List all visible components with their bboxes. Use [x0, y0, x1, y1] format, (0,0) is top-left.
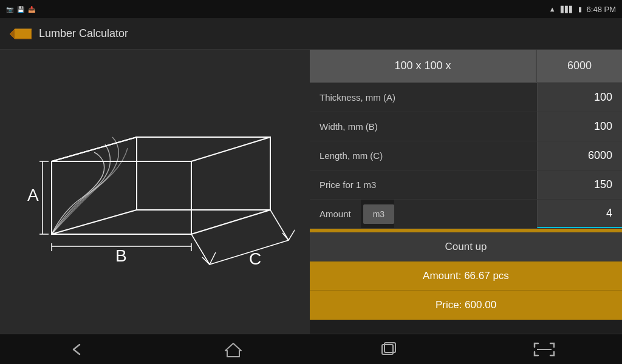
svg-line-8 — [191, 210, 270, 234]
recents-icon — [380, 341, 398, 358]
svg-line-19 — [191, 234, 210, 265]
svg-line-18 — [270, 210, 289, 240]
price-row: Price for 1 m3 150 — [310, 170, 622, 200]
width-row: Width, mm (B) 100 — [310, 112, 622, 141]
count-up-button[interactable]: Count up — [310, 232, 622, 261]
signal-icon: ▋▋▋ — [561, 6, 573, 13]
price-value[interactable]: 150 — [537, 170, 622, 199]
diagram-panel: A B C — [0, 50, 310, 334]
status-bar: 📷 💾 📥 ▲ ▋▋▋ ▮ 6:48 PM — [0, 0, 622, 18]
thickness-label: Thickness, mm (A) — [310, 83, 537, 112]
home-button[interactable] — [215, 339, 251, 360]
width-label: Width, mm (B) — [310, 112, 537, 141]
app-title: Lumber Calculator — [39, 27, 128, 40]
wifi-icon: ▲ — [549, 5, 556, 13]
scan-button[interactable] — [526, 339, 562, 360]
notification-icon-2: 💾 — [17, 6, 24, 13]
result-amount: Amount: 66.67 pcs — [310, 261, 622, 291]
recents-button[interactable] — [371, 339, 407, 360]
amount-unit[interactable]: m3 — [363, 204, 394, 224]
length-value[interactable]: 6000 — [537, 50, 622, 82]
lumber-diagram: A B C — [15, 101, 295, 283]
amount-row: Amount m3 4 — [310, 200, 622, 229]
result-price: Price: 600.00 — [310, 291, 622, 320]
notification-icon-3: 📥 — [28, 6, 35, 13]
amount-spacer — [394, 200, 537, 228]
clock: 6:48 PM — [587, 5, 616, 14]
amount-value[interactable]: 4 — [537, 200, 622, 228]
svg-marker-21 — [225, 343, 241, 357]
back-icon — [69, 342, 87, 357]
status-right: ▲ ▋▋▋ ▮ 6:48 PM — [549, 5, 616, 14]
svg-text:A: A — [27, 186, 39, 204]
controls-panel: 100 x 100 x 6000 Thickness, mm (A) 100 W… — [310, 50, 622, 334]
length-input-value[interactable]: 6000 — [537, 141, 622, 170]
battery-icon: ▮ — [578, 5, 582, 13]
dimension-label[interactable]: 100 x 100 x — [310, 50, 537, 82]
app-icon — [10, 27, 32, 41]
length-row: Length, mm (C) 6000 — [310, 141, 622, 170]
svg-marker-4 — [52, 137, 270, 161]
scan-icon — [532, 341, 556, 358]
price-label: Price for 1 m3 — [310, 170, 537, 199]
app-bar: Lumber Calculator — [0, 18, 622, 50]
back-button[interactable] — [60, 339, 96, 360]
thickness-row: Thickness, mm (A) 100 — [310, 83, 622, 112]
length-label: Length, mm (C) — [310, 141, 537, 170]
thickness-value[interactable]: 100 — [537, 83, 622, 112]
amount-label: Amount — [310, 200, 361, 228]
dimension-header: 100 x 100 x 6000 — [310, 50, 622, 83]
home-icon — [224, 341, 242, 358]
status-icons: 📷 💾 📥 — [6, 6, 35, 13]
svg-text:B: B — [115, 246, 127, 265]
svg-marker-5 — [137, 137, 270, 210]
main-content: A B C 100 x 100 x 6000 — [0, 50, 622, 334]
width-value[interactable]: 100 — [537, 112, 622, 141]
svg-marker-1 — [10, 29, 15, 39]
notification-icon-1: 📷 — [6, 6, 13, 13]
navigation-bar — [0, 334, 622, 364]
